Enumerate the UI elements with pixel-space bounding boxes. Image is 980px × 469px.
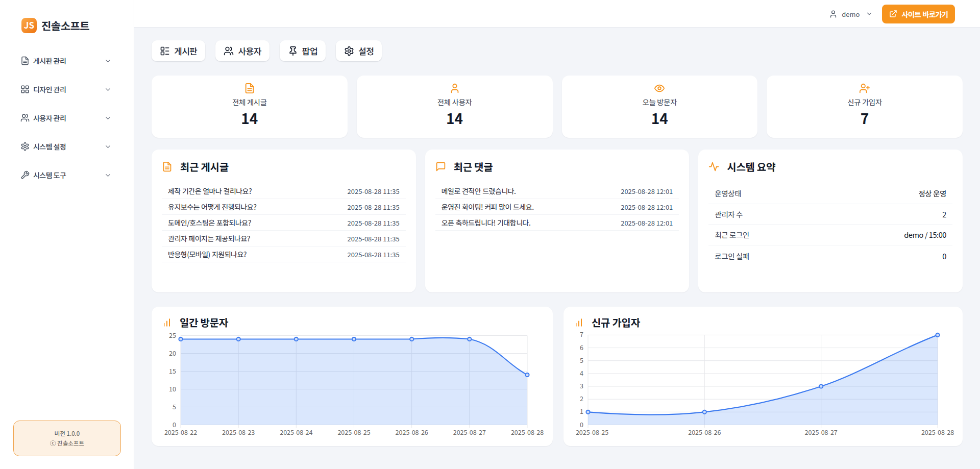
svg-text:5: 5 bbox=[173, 402, 176, 411]
svg-text:4: 4 bbox=[580, 368, 583, 378]
svg-text:2025-08-27: 2025-08-27 bbox=[805, 427, 838, 437]
svg-text:5: 5 bbox=[580, 355, 583, 365]
svg-text:2025-08-26: 2025-08-26 bbox=[688, 427, 721, 437]
svg-text:25: 25 bbox=[169, 330, 176, 340]
svg-text:7: 7 bbox=[580, 329, 583, 339]
svg-text:10: 10 bbox=[169, 384, 176, 393]
svg-text:2025-08-22: 2025-08-22 bbox=[164, 427, 197, 437]
svg-text:2025-08-25: 2025-08-25 bbox=[337, 427, 370, 437]
svg-text:2025-08-28: 2025-08-28 bbox=[921, 427, 954, 437]
svg-text:1: 1 bbox=[580, 406, 583, 416]
svg-text:3: 3 bbox=[580, 381, 583, 390]
svg-text:6: 6 bbox=[580, 342, 583, 352]
svg-text:2025-08-23: 2025-08-23 bbox=[222, 427, 255, 437]
svg-text:2025-08-24: 2025-08-24 bbox=[280, 427, 312, 437]
svg-text:20: 20 bbox=[169, 348, 176, 358]
svg-text:2025-08-26: 2025-08-26 bbox=[396, 427, 428, 437]
svg-text:2: 2 bbox=[580, 393, 583, 403]
svg-text:15: 15 bbox=[169, 366, 176, 376]
svg-text:JS: JS bbox=[24, 19, 34, 31]
svg-text:2025-08-27: 2025-08-27 bbox=[453, 427, 486, 437]
svg-text:2025-08-25: 2025-08-25 bbox=[576, 427, 608, 437]
svg-text:2025-08-28: 2025-08-28 bbox=[511, 427, 544, 437]
